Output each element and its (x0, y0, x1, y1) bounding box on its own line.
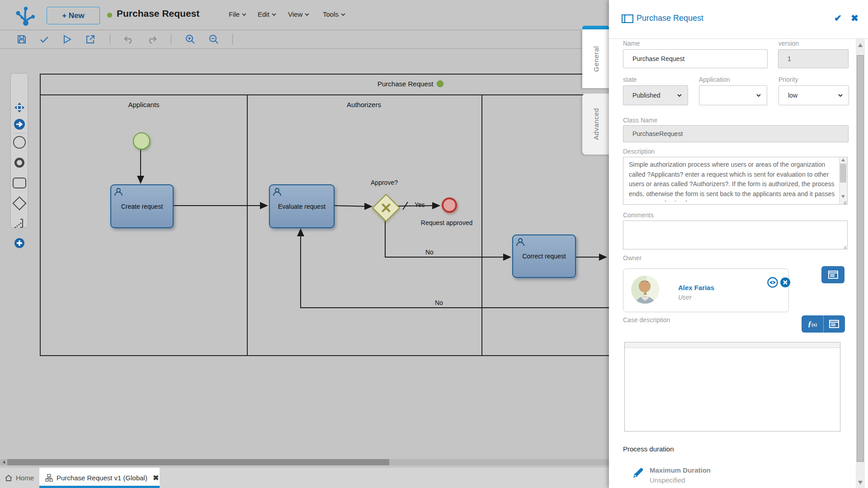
gateway-tool[interactable] (11, 197, 28, 210)
new-button[interactable]: + New (47, 7, 100, 24)
priority-select[interactable]: low (778, 85, 849, 105)
zoom-in-icon[interactable] (185, 34, 196, 45)
state-select[interactable]: Published (623, 85, 688, 105)
chevron-down-icon (305, 12, 309, 17)
process-status-dot (107, 13, 112, 18)
tab-advanced[interactable]: Advanced (582, 94, 609, 155)
description-scroll-thumb[interactable] (840, 164, 846, 183)
resize-handle[interactable] (842, 244, 846, 248)
canvas-hscrollbar[interactable] (0, 459, 609, 465)
connect-tool[interactable] (11, 117, 28, 131)
edge-label-yes: Yes (415, 201, 425, 208)
user-task-icon (114, 188, 123, 197)
close-tab-icon[interactable]: ✖ (153, 474, 159, 482)
chevron-down-icon (341, 12, 345, 17)
description-text: Simple authorization process where users… (629, 160, 835, 202)
menu-view[interactable]: View (288, 10, 309, 18)
task-correct-request[interactable]: Correct request (512, 235, 576, 278)
scroll-down-arrow-icon[interactable] (858, 481, 863, 484)
gateway-question-label: Approve? (371, 179, 398, 186)
menu-file[interactable]: File (229, 10, 246, 18)
task-evaluate-request[interactable]: Evaluate request (269, 184, 335, 228)
name-label: Name (623, 40, 640, 47)
owner-name-link[interactable]: Alex Farias (678, 284, 714, 291)
case-description-buttons: ƒ(x) (802, 315, 845, 333)
menu-edit[interactable]: Edit (258, 10, 276, 18)
panel-scroll-thumb[interactable] (857, 55, 864, 462)
scroll-up-arrow-icon[interactable] (858, 43, 863, 47)
formula-button[interactable]: ƒ(x) (802, 315, 823, 333)
version-label: version (778, 40, 799, 47)
start-event[interactable] (133, 132, 150, 150)
end-event-tool[interactable] (11, 156, 28, 169)
start-event-tool[interactable] (11, 136, 28, 149)
fx-formula-icon: ƒ(x) (808, 319, 817, 328)
owner-type: User (678, 294, 692, 301)
menu-tools[interactable]: Tools (323, 10, 345, 18)
toolbar-separator (232, 34, 233, 45)
owner-card: Alex Farias User (623, 268, 789, 312)
add-icon (14, 238, 25, 249)
menu-label: File (229, 10, 240, 18)
confirm-check-icon[interactable]: ✔ (834, 13, 844, 23)
end-event[interactable] (442, 197, 457, 213)
pencil-icon[interactable] (631, 466, 645, 480)
end-event-icon (14, 158, 24, 168)
description-label: Description (623, 148, 655, 155)
scroll-up-arrow-icon[interactable] (841, 159, 845, 161)
state-label: state (623, 76, 637, 83)
home-tab[interactable]: Home (5, 468, 34, 488)
save-icon[interactable] (16, 34, 27, 45)
description-scrollbar[interactable] (839, 157, 847, 204)
process-tab[interactable]: Purchase Request v1 (Global) ✖ (39, 468, 160, 488)
case-description-editor[interactable] (624, 342, 840, 432)
move-tool[interactable] (11, 101, 28, 114)
task-tool[interactable] (11, 176, 28, 190)
chevron-down-icon (756, 93, 761, 98)
task-label: Correct request (522, 253, 566, 260)
description-textarea[interactable]: Simple authorization process where users… (623, 157, 848, 205)
priority-value: low (788, 92, 797, 99)
task-label: Create request (121, 203, 163, 210)
connect-arrow-icon (14, 118, 25, 130)
form-list-icon (828, 271, 838, 279)
redo-icon[interactable] (146, 34, 157, 45)
add-shape-tool[interactable] (11, 236, 28, 250)
chevron-down-icon (272, 12, 276, 17)
zoom-out-icon[interactable] (208, 34, 219, 45)
comments-label: Comments (623, 211, 654, 219)
application-select[interactable] (699, 85, 767, 105)
annotation-tool[interactable] (11, 216, 28, 230)
export-icon[interactable] (85, 34, 96, 45)
form-picker-button[interactable] (823, 315, 845, 333)
move-icon (14, 102, 25, 113)
panel-scrollbar[interactable] (856, 39, 865, 488)
resize-handle[interactable] (842, 199, 846, 203)
validate-check-icon[interactable] (39, 34, 50, 45)
comments-textarea[interactable] (623, 221, 848, 249)
name-input[interactable] (623, 49, 768, 68)
chevron-down-icon (838, 93, 843, 98)
palette-separator (13, 133, 26, 133)
max-duration-label: Maximum Duration (650, 466, 711, 474)
close-x-icon[interactable]: ✖ (851, 13, 861, 23)
task-create-request[interactable]: Create request (110, 184, 174, 228)
owner-picker-button[interactable] (821, 266, 844, 283)
eye-icon[interactable] (767, 277, 778, 288)
tab-advanced-label: Advanced (592, 108, 600, 140)
user-task-icon (273, 188, 282, 197)
process-duration-label: Process duration (623, 445, 674, 453)
undo-icon[interactable] (123, 34, 134, 45)
remove-x-icon[interactable] (780, 277, 791, 288)
run-play-icon[interactable] (61, 34, 72, 45)
priority-label: Priority (778, 76, 798, 83)
scroll-left-arrow-icon[interactable] (0, 459, 7, 465)
canvas-hscrollbar-thumb[interactable] (7, 459, 389, 465)
gateway-icon (12, 196, 26, 210)
app-logo-icon (14, 4, 37, 27)
tab-general[interactable]: General (582, 29, 609, 88)
scroll-down-arrow-icon[interactable] (841, 195, 845, 198)
owner-label: Owner (623, 254, 642, 262)
home-icon (5, 474, 13, 482)
user-task-icon (516, 238, 525, 247)
